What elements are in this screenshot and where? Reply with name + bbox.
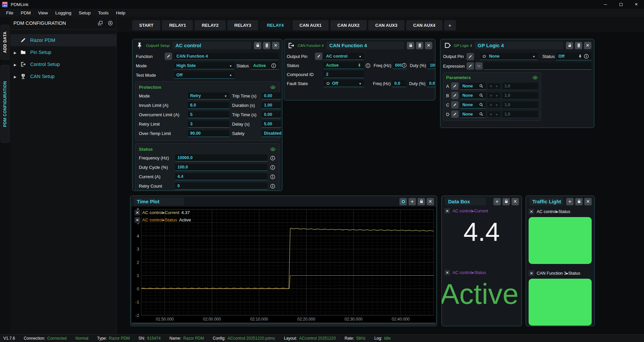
- close-window-button[interactable]: [629, 0, 644, 9]
- info-icon[interactable]: [270, 155, 275, 161]
- minimize-button[interactable]: [598, 0, 613, 9]
- close-panel-button[interactable]: [584, 198, 592, 205]
- close-panel-button[interactable]: [512, 198, 519, 205]
- tab-can-aux3[interactable]: CAN AUX3: [368, 20, 405, 30]
- over-temp-limit-field[interactable]: 90.00: [188, 130, 229, 137]
- tab-can-aux1[interactable]: CAN AUX1: [292, 20, 329, 30]
- remove-item-button[interactable]: [529, 209, 534, 214]
- parameter-source-field[interactable]: None: [460, 83, 486, 90]
- side-tab-pdm-configuration[interactable]: PDM CONFIGURATION: [1, 65, 9, 143]
- plot-scrollbar[interactable]: [132, 323, 435, 325]
- edit-parameter-button[interactable]: [451, 82, 459, 90]
- compound-id-field[interactable]: 2: [324, 71, 364, 78]
- fault-freq-field[interactable]: 0.0: [392, 80, 406, 87]
- menu-tools[interactable]: Tools: [95, 10, 112, 16]
- info-icon[interactable]: [365, 63, 371, 68]
- tab-relay4[interactable]: RELAY4: [260, 20, 291, 30]
- test-mode-dropdown[interactable]: Off: [174, 72, 234, 79]
- retry-limit-field[interactable]: 3: [188, 121, 229, 128]
- close-panel-button[interactable]: [425, 42, 432, 49]
- freq-field[interactable]: 0000: [393, 62, 407, 69]
- parameter-operator-dropdown[interactable]: >: [487, 102, 500, 108]
- tree-item-pin-setup[interactable]: Pin Setup: [10, 46, 116, 58]
- panel-title-field[interactable]: Data Box: [445, 198, 486, 205]
- info-icon[interactable]: [401, 63, 407, 68]
- trip-time-field[interactable]: 0.00: [262, 111, 281, 118]
- edit-parameter-button[interactable]: [451, 101, 459, 109]
- side-tab-add-data[interactable]: ADD DATA: [1, 25, 9, 60]
- overcurrent-limit-field[interactable]: 5: [188, 111, 229, 118]
- info-icon[interactable]: [584, 54, 589, 59]
- search-icon[interactable]: [479, 102, 483, 107]
- delay-field[interactable]: 5.00: [262, 121, 281, 128]
- mode-dropdown[interactable]: High Side: [174, 62, 234, 69]
- plot-settings-button[interactable]: [399, 198, 407, 205]
- parameter-value-field[interactable]: 1.0: [502, 111, 538, 118]
- add-item-button[interactable]: [493, 198, 501, 205]
- expression-preview-button[interactable]: [475, 62, 483, 70]
- expression-field[interactable]: [484, 62, 591, 70]
- parameter-source-field[interactable]: None: [460, 111, 486, 118]
- remove-series-button[interactable]: [135, 217, 140, 223]
- parameter-value-field[interactable]: 1.0: [502, 83, 538, 90]
- eye-icon[interactable]: [270, 84, 276, 90]
- info-icon[interactable]: [270, 174, 275, 180]
- menu-logging[interactable]: Logging: [52, 10, 75, 16]
- panel-title-field[interactable]: Time Plot: [134, 198, 184, 205]
- lock-button[interactable]: [418, 198, 425, 205]
- add-item-button[interactable]: [566, 198, 574, 205]
- duty-field[interactable]: 100: [427, 62, 435, 69]
- trip-time-field[interactable]: 0.00: [262, 92, 281, 99]
- close-panel-button[interactable]: [427, 198, 434, 205]
- unlock-button[interactable]: [566, 42, 573, 49]
- close-panel-button[interactable]: [584, 42, 591, 49]
- edit-output-pin-button[interactable]: [315, 53, 322, 60]
- tree-item-razor-pdm[interactable]: Razor PDM: [10, 34, 116, 46]
- search-icon[interactable]: [479, 112, 483, 116]
- maximize-button[interactable]: [613, 0, 629, 9]
- eye-icon[interactable]: [532, 75, 538, 80]
- tab-relay2[interactable]: RELAY2: [195, 20, 225, 30]
- lock-button[interactable]: [502, 198, 510, 205]
- fault-duty-field[interactable]: 0.0: [427, 80, 435, 87]
- menu-file[interactable]: File: [3, 10, 17, 16]
- safety-dropdown[interactable]: Disabled: [262, 130, 281, 137]
- close-sidebar-icon[interactable]: [108, 20, 113, 26]
- fault-state-dropdown[interactable]: Off: [324, 80, 364, 87]
- parameter-source-field[interactable]: None: [460, 101, 486, 109]
- add-series-button[interactable]: [409, 198, 416, 205]
- info-icon[interactable]: [270, 165, 275, 170]
- tree-item-control-setup[interactable]: Control Setup: [10, 58, 116, 70]
- inrush-limit-field[interactable]: 6.0: [188, 102, 229, 109]
- time-plot-canvas[interactable]: -2-1012345601:50.00002:00.00002:10.00002…: [132, 207, 435, 325]
- panel-title-field[interactable]: CAN Function 4: [326, 42, 404, 49]
- edit-function-button[interactable]: [165, 53, 172, 60]
- expand-arrow-icon[interactable]: [10, 62, 20, 67]
- menu-pdm[interactable]: PDM: [17, 10, 34, 16]
- close-panel-button[interactable]: [272, 42, 279, 49]
- remove-series-button[interactable]: [135, 210, 140, 215]
- pin-icon[interactable]: [578, 54, 582, 59]
- remove-item-button[interactable]: [444, 208, 450, 214]
- menu-view[interactable]: View: [35, 10, 51, 16]
- pin-icon[interactable]: [357, 63, 362, 68]
- menu-help[interactable]: Help: [113, 10, 129, 16]
- protection-mode-dropdown[interactable]: Retry: [188, 92, 229, 99]
- edit-parameter-button[interactable]: [451, 111, 459, 118]
- tab-can-aux4[interactable]: CAN AUX4: [406, 20, 442, 30]
- tab-relay1[interactable]: RELAY1: [162, 20, 193, 30]
- parameter-operator-dropdown[interactable]: >: [487, 83, 500, 89]
- search-icon[interactable]: [479, 84, 483, 88]
- panel-title-field[interactable]: GP Logic 4: [475, 42, 563, 49]
- tab-can-aux2[interactable]: CAN AUX2: [330, 20, 367, 30]
- lock-button[interactable]: [254, 42, 261, 49]
- panel-title-field[interactable]: Traffic Light: [529, 198, 564, 205]
- parameter-value-field[interactable]: 1.0: [502, 101, 538, 109]
- panel-title-field[interactable]: AC control: [172, 42, 251, 49]
- remove-item-button[interactable]: [444, 270, 450, 275]
- search-icon[interactable]: [479, 93, 483, 97]
- tab-relay3[interactable]: RELAY3: [227, 20, 258, 30]
- output-pin-dropdown[interactable]: None: [480, 53, 538, 60]
- menu-setup[interactable]: Setup: [75, 10, 94, 16]
- duplicate-button[interactable]: [416, 42, 423, 49]
